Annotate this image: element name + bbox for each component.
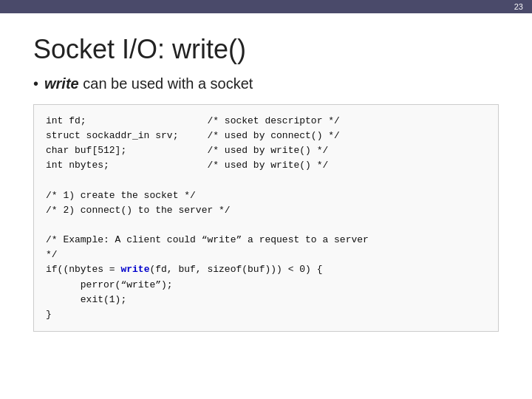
code-line-1: int fd; /* socket descriptor */ struct s… — [46, 115, 369, 320]
code-block: int fd; /* socket descriptor */ struct s… — [33, 104, 499, 332]
header-bar: 23 — [0, 0, 532, 13]
slide-title: Socket I/O: write() — [33, 34, 499, 65]
slide: 23 Socket I/O: write() • write can be us… — [0, 0, 532, 399]
bullet-dot: • — [33, 75, 38, 92]
bullet-text: write can be used with a socket — [44, 75, 253, 92]
slide-number: 23 — [514, 2, 523, 11]
bullet-item: • write can be used with a socket — [33, 75, 499, 92]
write-keyword: write — [120, 264, 149, 275]
keyword: write — [44, 75, 79, 92]
bullet-suffix: can be used with a socket — [79, 75, 253, 92]
slide-content: Socket I/O: write() • write can be used … — [0, 13, 532, 347]
